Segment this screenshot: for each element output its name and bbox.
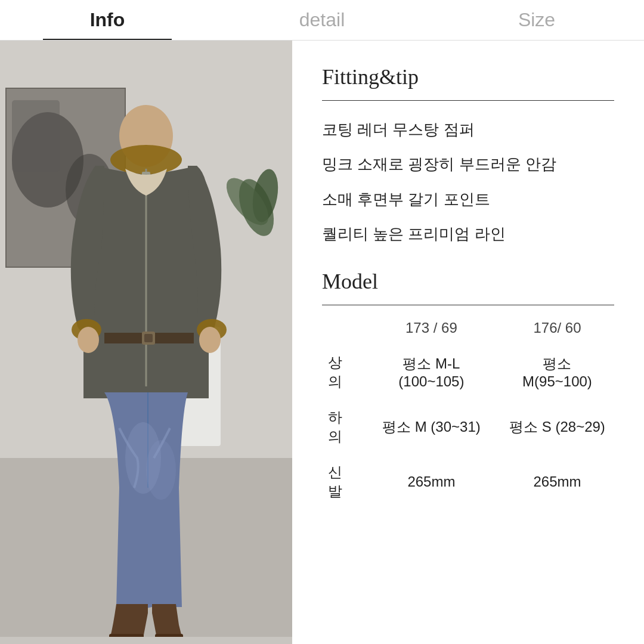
svg-rect-6 xyxy=(12,100,60,172)
svg-rect-9 xyxy=(250,219,268,339)
tip-item-4: 퀄리티 높은 프리미엄 라인 xyxy=(322,223,614,244)
table-row-bottom: 하의 평소 M (30~31) 평소 S (28~29) xyxy=(322,400,614,454)
table-row-shoes: 신발 265mm 265mm xyxy=(322,454,614,509)
row-bottom-col2: 평소 S (28~29) xyxy=(500,400,614,454)
tab-bar: Info detail Size xyxy=(0,0,644,41)
table-row-top: 상의 평소 M-L (100~105) 평소 M(95~100) xyxy=(322,345,614,400)
svg-rect-19 xyxy=(144,334,153,342)
svg-point-21 xyxy=(78,327,99,353)
row-label-shoes: 신발 xyxy=(322,454,363,509)
row-bottom-col1: 평소 M (30~31) xyxy=(363,400,500,454)
model-section: Model 173 / 69 176/ 60 상의 평소 M-L (100~10… xyxy=(322,269,614,509)
row-top-col1: 평소 M-L (100~105) xyxy=(363,345,500,400)
tip-item-1: 코팅 레더 무스탕 점퍼 xyxy=(322,119,614,140)
model-image-area xyxy=(0,41,292,644)
tip-item-2: 밍크 소재로 굉장히 부드러운 안감 xyxy=(322,153,614,175)
model-divider xyxy=(322,305,614,305)
model-title: Model xyxy=(322,269,614,294)
fitting-section: Fitting&tip 코팅 레더 무스탕 점퍼 밍크 소재로 굉장히 부드러운… xyxy=(322,64,614,245)
fitting-title: Fitting&tip xyxy=(322,64,614,89)
tab-detail[interactable]: detail xyxy=(215,0,429,40)
table-header-row: 173 / 69 176/ 60 xyxy=(322,311,614,345)
model-table: 173 / 69 176/ 60 상의 평소 M-L (100~105) 평소 … xyxy=(322,311,614,509)
svg-point-23 xyxy=(199,327,221,353)
row-shoes-col1: 265mm xyxy=(363,454,500,509)
model-photo xyxy=(0,41,292,644)
col-header-empty xyxy=(322,311,363,345)
main-content: Fitting&tip 코팅 레더 무스탕 점퍼 밍크 소재로 굉장히 부드러운… xyxy=(0,41,644,644)
tip-list: 코팅 레더 무스탕 점퍼 밍크 소재로 굉장히 부드러운 안감 소매 후면부 갈… xyxy=(322,119,614,245)
tab-size[interactable]: Size xyxy=(429,0,644,40)
tab-info[interactable]: Info xyxy=(0,0,215,40)
tip-item-3: 소매 후면부 갈기 포인트 xyxy=(322,188,614,210)
row-label-bottom: 하의 xyxy=(322,400,363,454)
fitting-divider xyxy=(322,100,614,101)
svg-point-26 xyxy=(146,440,176,500)
svg-rect-29 xyxy=(0,637,292,644)
row-label-top: 상의 xyxy=(322,345,363,400)
row-shoes-col2: 265mm xyxy=(500,454,614,509)
col-header-2: 176/ 60 xyxy=(500,311,614,345)
info-area: Fitting&tip 코팅 레더 무스탕 점퍼 밍크 소재로 굉장히 부드러운… xyxy=(292,41,644,644)
row-top-col2: 평소 M(95~100) xyxy=(500,345,614,400)
col-header-1: 173 / 69 xyxy=(363,311,500,345)
